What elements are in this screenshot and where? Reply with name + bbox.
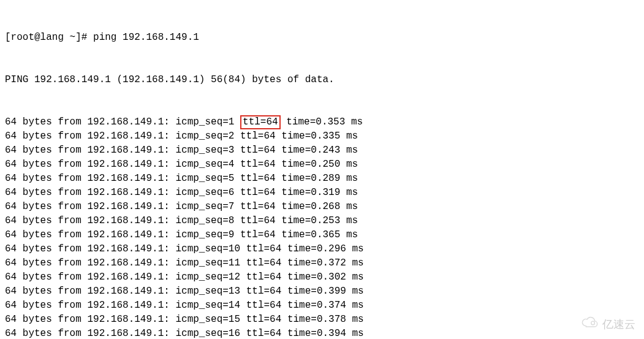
ttl-value: ttl=64: [246, 286, 282, 297]
ttl-value: ttl=64: [240, 187, 276, 198]
shell-prompt: [root@lang ~]#: [5, 32, 93, 43]
ping-reply-line: 64 bytes from 192.168.149.1: icmp_seq=14…: [5, 299, 639, 313]
reply-suffix: time=0.289 ms: [276, 173, 358, 184]
terminal-output[interactable]: [root@lang ~]# ping 192.168.149.1 PING 1…: [0, 0, 644, 339]
reply-suffix: time=0.378 ms: [281, 314, 363, 325]
ttl-value: ttl=64: [240, 173, 276, 184]
ttl-value: ttl=64: [246, 328, 282, 339]
ping-reply-line: 64 bytes from 192.168.149.1: icmp_seq=8 …: [5, 214, 639, 228]
reply-suffix: time=0.302 ms: [281, 272, 363, 283]
reply-suffix: time=0.296 ms: [281, 243, 363, 254]
ping-reply-line: 64 bytes from 192.168.149.1: icmp_seq=10…: [5, 242, 639, 256]
ttl-value: ttl=64: [246, 272, 282, 283]
reply-prefix: 64 bytes from 192.168.149.1: icmp_seq=1: [5, 116, 240, 128]
ttl-value: ttl=64: [240, 215, 276, 226]
ping-reply-line: 64 bytes from 192.168.149.1: icmp_seq=16…: [5, 327, 639, 339]
ping-reply-line: 64 bytes from 192.168.149.1: icmp_seq=4 …: [5, 158, 639, 172]
reply-prefix: 64 bytes from 192.168.149.1: icmp_seq=2: [5, 131, 240, 142]
reply-suffix: time=0.335 ms: [276, 131, 358, 142]
ping-reply-line: 64 bytes from 192.168.149.1: icmp_seq=2 …: [5, 129, 639, 143]
reply-prefix: 64 bytes from 192.168.149.1: icmp_seq=10: [5, 243, 246, 254]
ping-header: PING 192.168.149.1 (192.168.149.1) 56(84…: [5, 73, 639, 87]
reply-prefix: 64 bytes from 192.168.149.1: icmp_seq=14: [5, 300, 246, 311]
reply-suffix: time=0.253 ms: [276, 215, 358, 226]
reply-prefix: 64 bytes from 192.168.149.1: icmp_seq=6: [5, 187, 240, 198]
ping-replies: 64 bytes from 192.168.149.1: icmp_seq=1 …: [5, 115, 639, 339]
reply-prefix: 64 bytes from 192.168.149.1: icmp_seq=7: [5, 201, 240, 212]
ttl-highlight: ttl=64: [240, 115, 281, 129]
reply-suffix: time=0.372 ms: [281, 257, 363, 269]
ttl-value: ttl=64: [246, 314, 282, 325]
ping-reply-line: 64 bytes from 192.168.149.1: icmp_seq=9 …: [5, 228, 639, 242]
reply-suffix: time=0.268 ms: [276, 201, 358, 212]
reply-suffix: time=0.353 ms: [281, 116, 363, 128]
ping-reply-line: 64 bytes from 192.168.149.1: icmp_seq=3 …: [5, 143, 639, 158]
reply-prefix: 64 bytes from 192.168.149.1: icmp_seq=3: [5, 145, 240, 156]
command-text: ping 192.168.149.1: [93, 32, 199, 43]
ping-reply-line: 64 bytes from 192.168.149.1: icmp_seq=5 …: [5, 172, 639, 186]
reply-suffix: time=0.319 ms: [276, 187, 358, 198]
ping-reply-line: 64 bytes from 192.168.149.1: icmp_seq=12…: [5, 270, 639, 284]
reply-prefix: 64 bytes from 192.168.149.1: icmp_seq=4: [5, 159, 240, 170]
reply-prefix: 64 bytes from 192.168.149.1: icmp_seq=9: [5, 229, 240, 240]
ttl-value: ttl=64: [246, 243, 282, 254]
ttl-value: ttl=64: [246, 257, 282, 269]
reply-prefix: 64 bytes from 192.168.149.1: icmp_seq=11: [5, 257, 246, 269]
reply-suffix: time=0.243 ms: [276, 145, 358, 156]
reply-suffix: time=0.250 ms: [276, 159, 358, 170]
ttl-value: ttl=64: [240, 201, 276, 212]
ttl-value: ttl=64: [240, 159, 276, 170]
ttl-value: ttl=64: [240, 131, 276, 142]
ping-reply-line: 64 bytes from 192.168.149.1: icmp_seq=1 …: [5, 115, 639, 129]
reply-suffix: time=0.394 ms: [281, 328, 363, 339]
prompt-line: [root@lang ~]# ping 192.168.149.1: [5, 31, 639, 45]
reply-prefix: 64 bytes from 192.168.149.1: icmp_seq=13: [5, 286, 246, 297]
reply-suffix: time=0.374 ms: [281, 300, 363, 311]
reply-prefix: 64 bytes from 192.168.149.1: icmp_seq=5: [5, 173, 240, 184]
reply-prefix: 64 bytes from 192.168.149.1: icmp_seq=15: [5, 314, 246, 325]
ping-reply-line: 64 bytes from 192.168.149.1: icmp_seq=7 …: [5, 200, 639, 214]
ping-reply-line: 64 bytes from 192.168.149.1: icmp_seq=13…: [5, 284, 639, 299]
ttl-value: ttl=64: [246, 300, 282, 311]
reply-suffix: time=0.365 ms: [276, 229, 358, 240]
reply-prefix: 64 bytes from 192.168.149.1: icmp_seq=12: [5, 272, 246, 283]
reply-prefix: 64 bytes from 192.168.149.1: icmp_seq=16: [5, 328, 246, 339]
reply-suffix: time=0.399 ms: [281, 286, 363, 297]
ping-reply-line: 64 bytes from 192.168.149.1: icmp_seq=11…: [5, 256, 639, 270]
reply-prefix: 64 bytes from 192.168.149.1: icmp_seq=8: [5, 215, 240, 226]
ping-reply-line: 64 bytes from 192.168.149.1: icmp_seq=15…: [5, 313, 639, 327]
ttl-value: ttl=64: [240, 145, 276, 156]
ttl-value: ttl=64: [240, 229, 276, 240]
ping-reply-line: 64 bytes from 192.168.149.1: icmp_seq=6 …: [5, 186, 639, 200]
